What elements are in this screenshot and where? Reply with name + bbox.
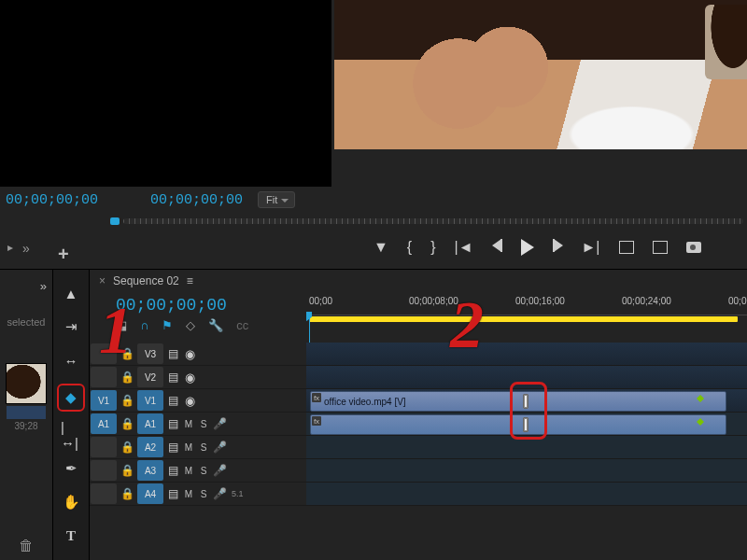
mute-button[interactable]: M [181, 489, 196, 499]
track-target-a1[interactable]: A1 [137, 413, 163, 434]
ruler-tick: 00;00;16;00 [515, 296, 565, 306]
monitor-playhead[interactable] [110, 217, 120, 225]
ruler-tick: 00;00;32; [728, 296, 747, 306]
work-area-bar[interactable] [309, 316, 738, 322]
sync-lock-icon[interactable]: ▤ [164, 394, 181, 407]
timeline-ruler[interactable]: 00;00 00;00;08;00 00;00;16;00 00;00;24;0… [306, 292, 747, 315]
track-lane-a3[interactable] [306, 459, 747, 483]
linked-selection-icon[interactable]: ⚑ [162, 318, 173, 332]
mark-in-button[interactable]: { [407, 239, 412, 256]
mute-button[interactable]: M [181, 419, 196, 429]
sync-lock-icon[interactable]: ▤ [164, 441, 181, 454]
source-patch-a1[interactable]: A1 [91, 413, 117, 434]
hand-tool[interactable]: ✋ [61, 492, 81, 512]
go-to-in-button[interactable]: |◄ [455, 239, 473, 256]
project-clip-strip[interactable] [7, 406, 46, 419]
mute-button[interactable]: M [181, 442, 196, 453]
trash-icon[interactable]: 🗑 [19, 538, 34, 554]
pen-tool[interactable]: ✒ [61, 458, 81, 479]
snap-icon[interactable]: ∩ [140, 318, 148, 332]
lift-button[interactable] [619, 241, 634, 254]
lock-icon[interactable]: 🔒 [118, 394, 136, 407]
play-button[interactable] [521, 239, 534, 256]
sync-lock-icon[interactable]: ▤ [164, 371, 181, 384]
toggle-output-icon[interactable]: ◉ [181, 394, 198, 408]
marker-add-icon[interactable]: ◇ [186, 318, 195, 332]
project-panel-collapse[interactable]: » [40, 279, 47, 293]
ruler-tick: 00;00;24;00 [622, 296, 671, 306]
ripple-edit-tool[interactable]: ↔ [61, 350, 81, 371]
lock-icon[interactable]: 🔒 [118, 441, 136, 454]
track-target-a3[interactable]: A3 [137, 460, 163, 481]
fx-badge-icon[interactable]: fx [312, 393, 321, 402]
settings-wrench-icon[interactable]: 🔧 [208, 318, 223, 332]
channel-format: 5.1 [232, 489, 244, 498]
lock-icon[interactable]: 🔒 [118, 487, 136, 500]
go-to-out-button[interactable]: ►| [582, 239, 600, 256]
track-target-v3[interactable]: V3 [137, 343, 163, 364]
export-frame-button[interactable] [686, 242, 701, 253]
project-clip-thumbnail[interactable] [6, 363, 47, 404]
source-patch-v1[interactable]: V1 [91, 390, 117, 411]
track-target-v2[interactable]: V2 [137, 367, 163, 387]
mark-out-button[interactable]: } [430, 239, 435, 256]
solo-button[interactable]: S [196, 489, 211, 499]
razor-tool[interactable]: ◆ [61, 387, 81, 408]
program-monitor-video [334, 0, 747, 149]
ruler-tick: 00;00 [309, 296, 332, 306]
source-monitor-black [0, 0, 331, 187]
add-marker-button[interactable]: ▼ [374, 239, 388, 256]
selection-tool[interactable]: ▲ [61, 283, 81, 303]
sync-lock-icon[interactable]: ▤ [164, 464, 181, 477]
solo-button[interactable]: S [196, 419, 211, 429]
track-lane-a4[interactable] [306, 483, 747, 506]
annotation-number-2: 2 [450, 287, 484, 364]
program-monitor-video-cup [705, 5, 747, 79]
slip-tool[interactable]: |↔| [61, 425, 81, 445]
toggle-output-icon[interactable]: ◉ [181, 347, 198, 361]
sequence-tab-close[interactable]: × [99, 274, 106, 287]
type-tool[interactable]: T [61, 525, 81, 546]
sequence-tab-menu[interactable]: ≡ [187, 274, 194, 287]
solo-button[interactable]: S [196, 466, 211, 476]
voiceover-icon[interactable]: 🎤 [211, 441, 228, 454]
track-select-tool[interactable]: ⇥ [61, 316, 81, 337]
track-target-a4[interactable]: A4 [137, 483, 163, 504]
step-forward-button[interactable] [553, 239, 563, 256]
solo-button[interactable]: S [196, 442, 211, 453]
clip-label: office video.mp4 [V] [324, 397, 406, 407]
sync-lock-icon[interactable]: ▤ [164, 487, 181, 500]
sync-lock-icon[interactable]: ▤ [164, 347, 181, 360]
voiceover-icon[interactable]: 🎤 [211, 487, 228, 500]
fx-badge-icon[interactable]: fx [312, 416, 321, 426]
lock-icon[interactable]: 🔒 [118, 417, 136, 430]
add-panel-button[interactable]: + [58, 245, 69, 263]
source-marker-icon[interactable]: ▸ [7, 241, 13, 261]
program-timecode[interactable]: 00;00;00;00 [150, 192, 243, 208]
lock-icon[interactable]: 🔒 [118, 464, 136, 477]
project-selection-label: selected [7, 316, 46, 328]
source-panel-chevron[interactable]: » [22, 241, 30, 261]
annotation-number-1: 1 [99, 292, 133, 370]
track-lane-v3[interactable] [306, 343, 747, 366]
caption-icon[interactable]: cc [236, 318, 248, 332]
lock-icon[interactable]: 🔒 [118, 371, 136, 384]
tool-palette: ▲ ⇥ ↔ ◆ |↔| ✒ ✋ T [52, 270, 90, 560]
zoom-fit-dropdown[interactable]: Fit [258, 191, 295, 208]
voiceover-icon[interactable]: 🎤 [211, 417, 228, 430]
step-back-button[interactable] [492, 239, 502, 256]
annotation-box-2 [510, 382, 547, 440]
monitor-time-ruler[interactable] [123, 218, 743, 224]
track-target-v1[interactable]: V1 [137, 390, 163, 411]
source-timecode[interactable]: 00;00;00;00 [6, 192, 98, 208]
track-target-a2[interactable]: A2 [137, 437, 163, 457]
voiceover-icon[interactable]: 🎤 [211, 464, 228, 477]
sequence-tab-name[interactable]: Sequence 02 [113, 274, 179, 287]
project-clip-duration: 39;28 [14, 421, 37, 431]
mute-button[interactable]: M [181, 466, 196, 476]
sync-lock-icon[interactable]: ▤ [164, 417, 181, 430]
extract-button[interactable] [653, 241, 668, 254]
toggle-output-icon[interactable]: ◉ [181, 371, 198, 385]
